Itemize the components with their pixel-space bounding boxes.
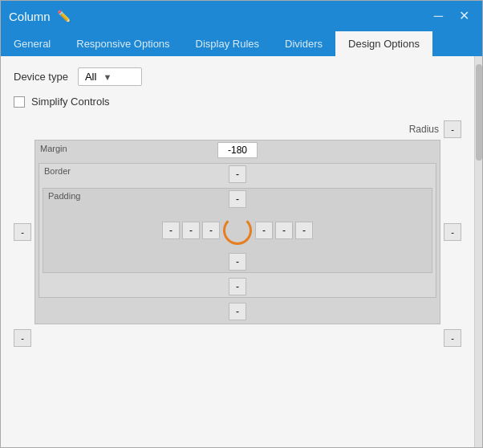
bottom-left-button[interactable]: -: [14, 329, 31, 347]
margin-left-inner-button[interactable]: -: [162, 222, 180, 239]
margin-label: Margin: [40, 144, 67, 153]
bottom-right-button[interactable]: -: [444, 329, 461, 347]
simplify-label: Simplify Controls: [31, 96, 110, 108]
simplify-row: Simplify Controls: [14, 96, 461, 108]
tab-display-rules[interactable]: Display Rules: [183, 31, 272, 56]
border-label: Border: [44, 166, 71, 176]
tab-design-options[interactable]: Design Options: [335, 31, 432, 56]
tab-general[interactable]: General: [1, 31, 63, 56]
radius-button[interactable]: -: [444, 120, 461, 138]
chevron-down-icon: ▼: [103, 72, 112, 82]
device-type-row: Device type All ▼: [14, 67, 461, 86]
border-right-button[interactable]: -: [275, 222, 293, 239]
window-title: Column: [9, 10, 51, 23]
margin-right-button[interactable]: -: [295, 222, 313, 239]
margin-left-button[interactable]: -: [14, 223, 31, 241]
border-bottom-button[interactable]: -: [229, 278, 246, 295]
scrollbar-thumb[interactable]: [476, 64, 482, 161]
scrollbar[interactable]: [474, 56, 482, 447]
device-type-label: Device type: [14, 71, 68, 83]
border-top-button[interactable]: -: [229, 165, 246, 183]
tab-responsive[interactable]: Responsive Options: [63, 31, 182, 56]
margin-bottom-button[interactable]: -: [229, 303, 246, 320]
close-button[interactable]: ✕: [454, 8, 474, 24]
tabs-bar: General Responsive Options Display Rules…: [1, 31, 482, 56]
box-model-container: Radius - - Margin: [14, 120, 461, 347]
radius-label: Radius: [409, 124, 439, 135]
padding-top-button[interactable]: -: [229, 190, 246, 208]
main-area: Device type All ▼ Simplify Controls Radi…: [1, 56, 474, 447]
border-left-button[interactable]: -: [182, 222, 200, 239]
padding-left-button[interactable]: -: [202, 222, 220, 239]
padding-bottom-button[interactable]: -: [229, 253, 246, 271]
edit-icon: ✏️: [57, 10, 71, 22]
device-type-select[interactable]: All ▼: [78, 67, 142, 86]
ring-icon: [223, 216, 252, 245]
margin-top-input[interactable]: [217, 142, 258, 158]
minimize-button[interactable]: ─: [429, 8, 448, 24]
title-controls: ─ ✕: [429, 8, 474, 24]
window: Column ✏️ ─ ✕ General Responsive Options…: [0, 0, 483, 448]
padding-right-button[interactable]: -: [255, 222, 273, 239]
margin-right-outer-button[interactable]: -: [444, 223, 461, 241]
title-bar: Column ✏️ ─ ✕: [1, 1, 482, 31]
title-left: Column ✏️: [9, 10, 71, 23]
device-type-value: All: [85, 71, 96, 83]
content-area: Device type All ▼ Simplify Controls Radi…: [1, 56, 482, 447]
padding-label: Padding: [48, 191, 80, 201]
tab-dividers[interactable]: Dividers: [272, 31, 335, 56]
simplify-checkbox[interactable]: [14, 96, 25, 108]
